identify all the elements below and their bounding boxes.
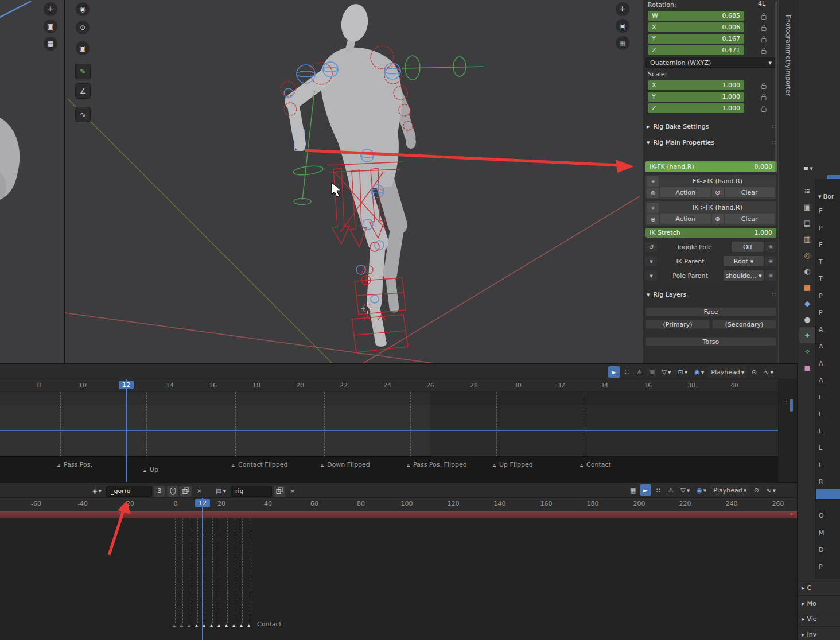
- playhead-dropdown[interactable]: Playhead▾: [708, 366, 747, 378]
- only-selected-filter-icon[interactable]: ►: [640, 484, 651, 496]
- measure-tool-button[interactable]: ∠: [75, 83, 91, 99]
- property-row[interactable]: L: [816, 443, 840, 453]
- marker-triangle-icon[interactable]: ▵: [143, 467, 146, 473]
- proportional-edit-icon[interactable]: ⊙: [750, 484, 762, 496]
- lock-icon[interactable]: [760, 12, 767, 20]
- marker-triangle-icon[interactable]: ▵: [321, 461, 324, 468]
- markers-region[interactable]: ▵Pass Pos. ▵Up ▵Contact Flipped ▵Down Fl…: [0, 456, 778, 483]
- orbit-gizmo-icon[interactable]: ◉: [76, 2, 90, 16]
- property-row[interactable]: L: [816, 409, 840, 419]
- snapping-dropdown[interactable]: ◉▾: [694, 484, 709, 496]
- lock-icon[interactable]: [760, 35, 767, 43]
- property-row[interactable]: A: [816, 375, 840, 385]
- rig-layers-section[interactable]: ▾Rig Layers∷: [647, 291, 776, 298]
- tab-photogrammetry-importer[interactable]: PhotogrammetryImporter: [784, 15, 792, 96]
- action-button[interactable]: Action: [660, 214, 711, 224]
- tab-tool-icon[interactable]: ≋: [799, 183, 815, 199]
- snap-icon[interactable]: ✳: [765, 242, 776, 252]
- ik-stretch-slider[interactable]: IK Stretch1.000: [645, 228, 776, 238]
- marker-triangle-icon[interactable]: ▵: [493, 461, 496, 468]
- collapsed-panel[interactable]: ▸C: [798, 580, 840, 595]
- scale-y-slider[interactable]: Y1.000: [648, 92, 744, 102]
- action-button[interactable]: Action: [660, 187, 711, 197]
- snap-pose-icon[interactable]: ⌖: [647, 176, 659, 187]
- keyframe-marker-icon[interactable]: ▵: [173, 622, 176, 628]
- proportional-edit-icon[interactable]: ⊙: [748, 366, 760, 378]
- pole-parent-dropdown[interactable]: shoulde...▾: [724, 270, 764, 281]
- playhead-line[interactable]: [126, 379, 127, 482]
- dope-sheet-content[interactable]: [0, 392, 778, 456]
- clear-button[interactable]: Clear: [725, 187, 775, 197]
- property-row[interactable]: L: [816, 426, 840, 436]
- mini-scrollbar[interactable]: [790, 399, 793, 412]
- camera-view-icon[interactable]: ▣: [44, 20, 57, 33]
- layer-torso-button[interactable]: Torso: [645, 337, 776, 346]
- chevron-down-icon[interactable]: ▾: [645, 270, 657, 281]
- snap-icon[interactable]: ✳: [765, 270, 776, 281]
- keying-set-dropdown[interactable]: ◈▾: [90, 485, 104, 497]
- current-frame-badge[interactable]: 12: [195, 499, 210, 507]
- tab-object-icon[interactable]: ■: [799, 279, 815, 295]
- rotation-z-slider[interactable]: Z0.471: [648, 45, 744, 55]
- scale-x-slider[interactable]: X1.000: [648, 80, 744, 90]
- lock-icon[interactable]: [760, 82, 767, 90]
- collapsed-panel[interactable]: ▸Inv: [798, 626, 840, 640]
- annotate-tool-button[interactable]: ✎: [75, 64, 91, 79]
- transform-dropdown[interactable]: ⊡▾: [675, 366, 690, 378]
- new-copy-button[interactable]: [180, 486, 192, 497]
- tab-output-icon[interactable]: ▤: [799, 215, 815, 231]
- clear-x-icon[interactable]: ⊗: [712, 214, 724, 224]
- rotation-y-slider[interactable]: Y0.167: [648, 34, 744, 44]
- property-row[interactable]: F: [816, 205, 840, 216]
- rotation-w-slider[interactable]: W0.685: [648, 11, 744, 21]
- marker-triangle-icon[interactable]: ▵: [580, 461, 583, 468]
- hide-channels-icon[interactable]: ∷: [652, 484, 664, 496]
- keyframe-marker-icon[interactable]: ▴: [195, 622, 198, 628]
- property-row[interactable]: R: [816, 476, 840, 487]
- keyframe-marker-icon[interactable]: ▴: [217, 622, 220, 628]
- datablock-name-input[interactable]: [106, 486, 152, 497]
- action-name-input[interactable]: [231, 486, 272, 497]
- timeline-ruler[interactable]: -60 -40 -20 0 20 40 60 80 100 120 140 16…: [0, 498, 797, 511]
- property-row[interactable]: A: [816, 358, 840, 369]
- dope-sheet-ruler[interactable]: 8 10 14 16 18 20 22 24 26 28 30 32 34 36…: [0, 379, 778, 392]
- tab-world-icon[interactable]: ◐: [799, 263, 815, 279]
- ikfk-slider[interactable]: IK-FK (hand.R)0.000: [645, 162, 776, 172]
- property-row[interactable]: D: [816, 544, 840, 554]
- clear-button[interactable]: Clear: [725, 214, 775, 224]
- property-row[interactable]: A: [816, 341, 840, 351]
- layer-primary-button[interactable]: (Primary): [645, 320, 710, 329]
- overlay-grid-icon[interactable]: ▦: [627, 484, 639, 496]
- property-row[interactable]: L: [816, 460, 840, 470]
- ghost-icon[interactable]: ▣: [646, 366, 658, 378]
- unlink-button[interactable]: ×: [193, 485, 205, 497]
- lock-icon[interactable]: [760, 104, 767, 113]
- property-row[interactable]: P: [816, 561, 840, 572]
- property-row[interactable]: T: [816, 273, 840, 284]
- snap-icon[interactable]: ✳: [765, 256, 776, 266]
- grid-view-icon[interactable]: ▦: [616, 36, 629, 50]
- property-row[interactable]: P: [816, 307, 840, 317]
- lock-icon[interactable]: [760, 24, 767, 32]
- property-row[interactable]: A: [816, 324, 840, 335]
- bone-panel-header[interactable]: ▾Bor: [818, 193, 834, 200]
- action-selector-dropdown[interactable]: ▤▾: [213, 485, 229, 497]
- unlink-action-button[interactable]: ×: [287, 485, 298, 497]
- keyframe-marker-icon[interactable]: ▴: [210, 622, 213, 628]
- new-action-copy-button[interactable]: [274, 486, 285, 497]
- keyframe-marker-icon[interactable]: ▵: [180, 622, 183, 628]
- tab-view-layer-icon[interactable]: ▥: [799, 231, 815, 247]
- toggle-pole-value-button[interactable]: Off: [732, 242, 764, 252]
- property-row[interactable]: M: [816, 527, 840, 538]
- property-row[interactable]: P: [816, 290, 840, 301]
- pan-hand-icon[interactable]: ✛: [616, 2, 629, 16]
- scale-z-slider[interactable]: Z1.000: [648, 103, 744, 113]
- snapping-dropdown[interactable]: ◉▾: [691, 366, 707, 378]
- keyframe-marker-icon[interactable]: ▴: [232, 622, 235, 628]
- tab-modifiers-icon[interactable]: ◆: [799, 295, 815, 311]
- curve-tool-button[interactable]: ∿: [75, 107, 91, 122]
- keyframe-marker-icon[interactable]: ▴: [247, 622, 250, 628]
- errors-filter-icon[interactable]: ⚠: [633, 366, 645, 378]
- playhead-dropdown[interactable]: Playhead▾: [710, 484, 749, 496]
- marker-triangle-icon[interactable]: ▵: [407, 461, 410, 468]
